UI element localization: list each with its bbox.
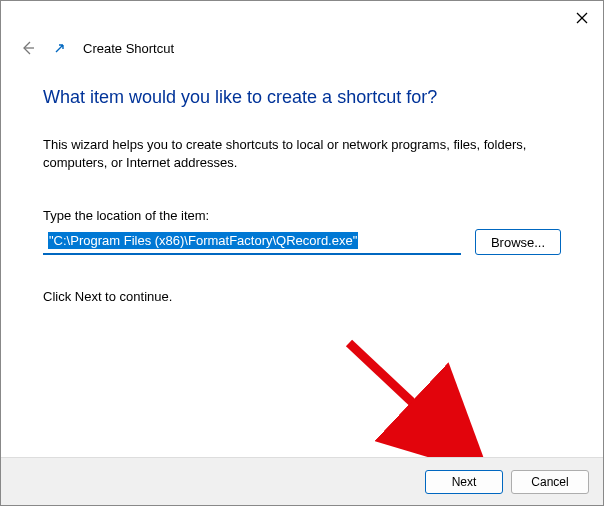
instruction-text: Click Next to continue.	[43, 289, 561, 304]
location-input-wrapper: "C:\Program Files (x86)\FormatFactory\QR…	[43, 229, 461, 255]
next-button[interactable]: Next	[425, 470, 503, 494]
back-arrow-icon[interactable]	[19, 39, 37, 57]
page-heading: What item would you like to create a sho…	[43, 87, 561, 108]
location-field-label: Type the location of the item:	[43, 208, 561, 223]
description-text: This wizard helps you to create shortcut…	[43, 136, 561, 172]
footer: Next Cancel	[1, 457, 603, 505]
shortcut-icon	[53, 41, 67, 55]
dialog-title: Create Shortcut	[83, 41, 174, 56]
content: What item would you like to create a sho…	[1, 67, 603, 304]
close-icon[interactable]	[575, 11, 589, 25]
browse-button[interactable]: Browse...	[475, 229, 561, 255]
titlebar	[1, 1, 603, 35]
cancel-button[interactable]: Cancel	[511, 470, 589, 494]
input-row: "C:\Program Files (x86)\FormatFactory\QR…	[43, 229, 561, 255]
header: Create Shortcut	[1, 35, 603, 67]
svg-line-3	[349, 343, 464, 451]
location-input[interactable]	[43, 229, 461, 255]
